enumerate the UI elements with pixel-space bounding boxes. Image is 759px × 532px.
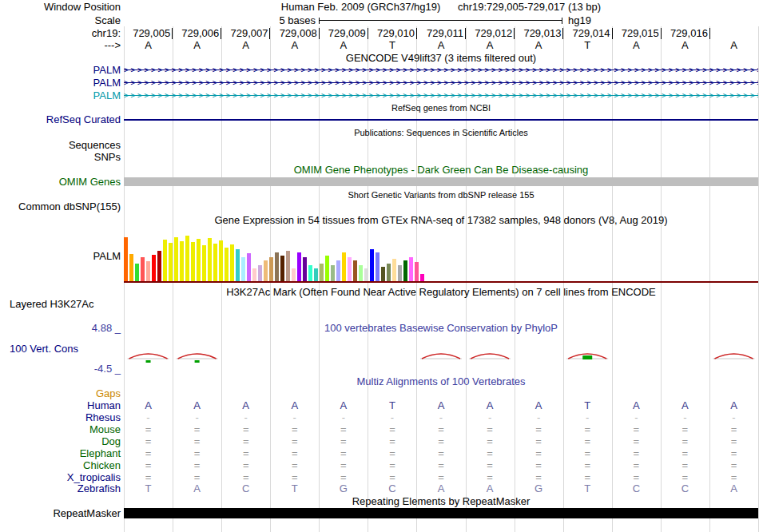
gtex-tissue-bar[interactable]: [219, 240, 223, 281]
omim-genes-label[interactable]: OMIM Genes: [0, 177, 121, 188]
base-cell: =: [612, 424, 661, 435]
gtex-tissue-bar[interactable]: [252, 268, 256, 281]
base-cell: T: [124, 483, 173, 494]
gtex-track-title[interactable]: Gene Expression in 54 tissues from GTEx …: [124, 215, 758, 226]
refseq-curated-label[interactable]: RefSeq Curated: [0, 114, 121, 125]
publications-track-title[interactable]: Publications: Sequences in Scientific Ar…: [124, 128, 758, 137]
gtex-tissue-bar[interactable]: [280, 256, 284, 281]
refseq-gene-item[interactable]: [124, 119, 758, 121]
gtex-tissue-bar[interactable]: [169, 243, 173, 281]
gtex-tissue-bar[interactable]: [415, 262, 419, 281]
repeatmasker-label[interactable]: RepeatMasker: [0, 508, 121, 519]
multiz-label-x-tropicalis[interactable]: X_tropicalis: [0, 472, 121, 483]
multiz-label-chicken[interactable]: Chicken: [0, 460, 121, 471]
repeatmasker-track-title[interactable]: Repeating Elements by RepeatMasker: [124, 496, 758, 507]
gene-label-palm-3[interactable]: PALM: [0, 90, 121, 101]
multiz-label-human[interactable]: Human: [0, 400, 121, 411]
sequences-label[interactable]: Sequences: [0, 140, 121, 151]
gtex-tissue-bar[interactable]: [163, 240, 167, 281]
gtex-tissue-bar[interactable]: [180, 241, 184, 281]
base-cell: =: [368, 472, 416, 483]
multiz-label-rhesus[interactable]: Rhesus: [0, 412, 121, 423]
multiz-label-gaps[interactable]: Gaps: [0, 388, 121, 399]
gtex-tissue-bar[interactable]: [403, 260, 407, 281]
gtex-tissue-bar[interactable]: [225, 248, 228, 281]
gtex-gene-label[interactable]: PALM: [0, 251, 121, 262]
base-cell: =: [270, 436, 319, 447]
gtex-tissue-bar[interactable]: [202, 245, 206, 281]
gene-label-palm-1[interactable]: PALM: [0, 65, 121, 76]
gtex-tissue-bar[interactable]: [392, 259, 396, 281]
multiz-label-zebrafish[interactable]: Zebrafish: [0, 483, 121, 494]
conservation-wiggle[interactable]: [124, 339, 758, 371]
gtex-tissue-bar[interactable]: [213, 244, 217, 281]
common-dbsnp-label[interactable]: Common dbSNP(155): [0, 201, 121, 212]
gtex-tissue-bar[interactable]: [124, 237, 128, 281]
gtex-tissue-bar[interactable]: [381, 267, 385, 281]
gtex-tissue-bar[interactable]: [275, 252, 279, 281]
transcript-palm-2[interactable]: >>>>>>>>>>>>>>>>>>>>>>>>>>>>>>>>>>>>>>>>…: [124, 77, 758, 88]
gtex-tissue-bar[interactable]: [185, 236, 189, 281]
gtex-tissue-bar[interactable]: [292, 268, 296, 281]
refseq-track-title[interactable]: RefSeq genes from NCBI: [124, 103, 758, 113]
gtex-tissue-bar[interactable]: [286, 251, 290, 281]
gtex-tissue-bar[interactable]: [376, 252, 380, 281]
gtex-tissue-bar[interactable]: [359, 265, 363, 281]
gtex-tissue-bar[interactable]: [331, 265, 335, 281]
gtex-tissue-bar[interactable]: [387, 264, 391, 281]
gtex-tissue-bar[interactable]: [157, 251, 161, 281]
gtex-tissue-bar[interactable]: [336, 260, 340, 281]
gtex-tissue-bar[interactable]: [258, 265, 262, 281]
gtex-tissue-bar[interactable]: [303, 257, 307, 281]
transcript-palm-3[interactable]: >>>>>>>>>>>>>>>>>>>>>>>>>>>>>>>>>>>>>>>>…: [124, 90, 758, 101]
gtex-tissue-bar[interactable]: [308, 265, 312, 281]
h3k27ac-label[interactable]: Layered H3K27Ac: [0, 299, 121, 310]
gtex-tissue-bar[interactable]: [348, 257, 352, 281]
multiz-track-title[interactable]: Multiz Alignments of 100 Vertebrates: [124, 376, 758, 387]
snps-label[interactable]: SNPs: [0, 152, 121, 163]
gtex-expression-barchart[interactable]: [124, 235, 758, 281]
gtex-tissue-bar[interactable]: [264, 260, 268, 281]
gtex-tissue-bar[interactable]: [297, 252, 301, 281]
multiz-label-mouse[interactable]: Mouse: [0, 424, 121, 435]
transcript-palm-1[interactable]: >>>>>>>>>>>>>>>>>>>>>>>>>>>>>>>>>>>>>>>>…: [124, 65, 758, 75]
dbsnp-track-title[interactable]: Short Genetic Variants from dbSNP releas…: [124, 190, 758, 200]
gtex-tissue-bar[interactable]: [420, 274, 424, 281]
gencode-track-title[interactable]: GENCODE V49lift37 (3 items filtered out): [124, 53, 758, 64]
gtex-tissue-bar[interactable]: [174, 237, 178, 281]
gtex-tissue-bar[interactable]: [152, 255, 156, 281]
multiz-label-elephant[interactable]: Elephant: [0, 448, 121, 459]
gtex-tissue-bar[interactable]: [241, 257, 245, 281]
gtex-tissue-bar[interactable]: [370, 249, 374, 281]
gtex-tissue-bar[interactable]: [320, 264, 324, 281]
gtex-tissue-bar[interactable]: [314, 268, 318, 281]
conservation-label[interactable]: 100 Vert. Cons: [0, 343, 121, 355]
gtex-tissue-bar[interactable]: [247, 253, 251, 281]
gtex-tissue-bar[interactable]: [236, 249, 240, 281]
gtex-tissue-bar[interactable]: [342, 252, 346, 281]
gene-label-palm-2[interactable]: PALM: [0, 77, 121, 89]
base-cell: [221, 388, 270, 399]
gtex-tissue-bar[interactable]: [146, 261, 150, 281]
base-cell: =: [319, 460, 368, 471]
base-cell: G: [319, 483, 368, 494]
gtex-tissue-bar[interactable]: [325, 256, 329, 281]
gtex-tissue-bar[interactable]: [269, 257, 273, 281]
conservation-track-title[interactable]: 100 vertebrates Basewise Conservation by…: [124, 323, 758, 334]
gtex-tissue-bar[interactable]: [230, 244, 234, 281]
omim-gene-item[interactable]: [124, 177, 758, 186]
h3k27ac-track-title[interactable]: H3K27Ac Mark (Often Found Near Active Re…: [124, 287, 758, 298]
gtex-tissue-bar[interactable]: [129, 254, 133, 281]
gtex-tissue-bar[interactable]: [409, 257, 413, 281]
gtex-tissue-bar[interactable]: [135, 264, 139, 281]
gtex-tissue-bar[interactable]: [353, 260, 357, 281]
gtex-tissue-bar[interactable]: [141, 257, 145, 281]
omim-track-title[interactable]: OMIM Gene Phenotypes - Dark Green Can Be…: [124, 165, 758, 176]
repeatmasker-item[interactable]: [124, 508, 758, 518]
multiz-label-dog[interactable]: Dog: [0, 436, 121, 447]
gtex-tissue-bar[interactable]: [208, 238, 212, 281]
gtex-tissue-bar[interactable]: [364, 268, 368, 281]
gtex-tissue-bar[interactable]: [197, 239, 201, 281]
gtex-tissue-bar[interactable]: [398, 265, 402, 281]
gtex-tissue-bar[interactable]: [191, 242, 195, 281]
